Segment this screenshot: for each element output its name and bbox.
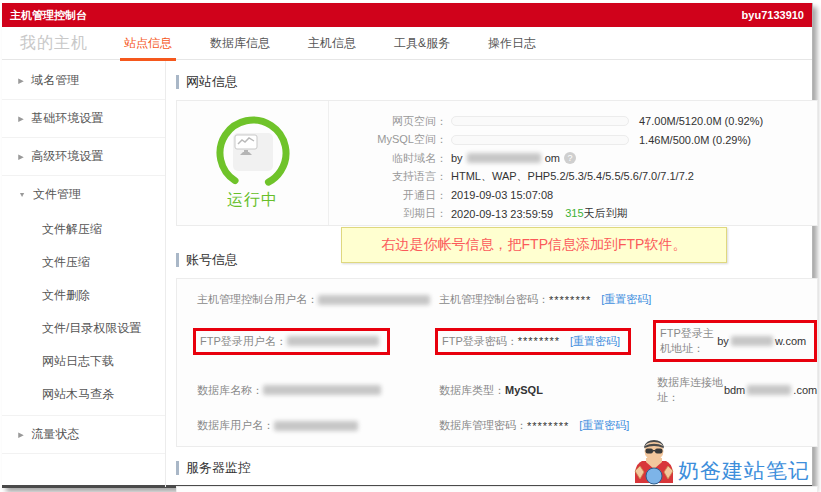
sidebar-item-file-management[interactable]: ▼ 文件管理 <box>2 176 165 213</box>
web-space-progressbar <box>451 116 629 126</box>
chevron-down-icon: ▼ <box>18 190 25 198</box>
sidebar-item-label: 文件管理 <box>33 186 81 203</box>
open-date-label: 开通日： <box>329 188 447 203</box>
db-password-label: 数据库管理密码： <box>439 418 527 433</box>
sidebar-item-advanced-env-settings[interactable]: ▶ 高级环境设置 <box>2 138 165 176</box>
ftp-host-field-highlighted: FTP登录主机地址： by w.com <box>653 320 817 362</box>
top-bar: 主机管理控制台 byu7133910 <box>2 3 812 27</box>
open-date-row: 开通日： 2019-09-03 15:07:08 <box>329 186 817 205</box>
ftp-host-label: FTP登录主机地址： <box>660 326 717 356</box>
db-username-field: 数据库用户名： <box>197 418 439 433</box>
help-icon[interactable]: ? <box>564 152 576 164</box>
sidebar-item-label: 域名管理 <box>31 72 79 89</box>
chevron-right-icon: ▶ <box>18 152 24 160</box>
sidebar-item-traffic-status[interactable]: ▶ 流量状态 <box>2 416 165 454</box>
sidebar-subitem-file-permissions[interactable]: 文件/目录权限设置 <box>2 312 165 345</box>
sidebar-item-basic-env-settings[interactable]: ▶ 基础环境设置 <box>2 100 165 138</box>
avatar-image <box>632 439 676 485</box>
section-tick <box>176 75 179 89</box>
app-title: 主机管理控制台 <box>10 8 87 23</box>
status-running-label: 运行中 <box>227 190 278 211</box>
tab-host-info[interactable]: 主机信息 <box>306 27 358 60</box>
annotation-note: 右边是你帐号信息，把FTP信息添加到FTP软件。 <box>341 227 727 263</box>
reset-console-password-link[interactable]: [重置密码] <box>601 292 651 307</box>
monitor-chart-icon <box>233 133 273 171</box>
web-space-row: 网页空间： 47.00M/5120.0M (0.92%) <box>329 112 817 131</box>
expire-date-row: 到期日： 2020-09-13 23:59:59 315天后到期 <box>329 205 817 224</box>
temp-domain-row: 临时域名： by om ? <box>329 149 817 168</box>
languages-row: 支持语言： HTML、WAP、PHP5.2/5.3/5.4/5.5/5.6/7.… <box>329 168 817 187</box>
ftp-host-suffix: w.com <box>775 335 806 347</box>
ftp-host-prefix: by <box>717 335 729 347</box>
db-host-suffix: .com <box>793 384 817 396</box>
db-host-prefix: bdm <box>724 384 745 396</box>
temp-domain-label: 临时域名： <box>329 151 447 166</box>
db-host-field: 数据库连接地址： bdm .com <box>657 375 817 405</box>
annotation-note-text: 右边是你帐号信息，把FTP信息添加到FTP软件。 <box>382 236 687 254</box>
languages-label: 支持语言： <box>329 169 447 184</box>
db-host-redacted <box>747 385 791 395</box>
web-space-label: 网页空间： <box>329 114 447 129</box>
sidebar-item-label: 流量状态 <box>31 426 79 443</box>
ftp-host-redacted <box>731 336 773 346</box>
db-password-mask: ******** <box>527 420 569 432</box>
ftp-username-field-highlighted: FTP登录用户名： <box>193 328 390 355</box>
console-password-mask: ******** <box>549 294 591 306</box>
db-name-label: 数据库名称： <box>197 383 263 398</box>
tab-site-info[interactable]: 站点信息 <box>122 27 174 60</box>
expire-date-value: 2020-09-13 23:59:59 <box>451 208 553 220</box>
db-name-field: 数据库名称： <box>197 383 439 398</box>
ftp-username-redacted <box>287 336 379 346</box>
db-type-label: 数据库类型： <box>439 383 505 398</box>
ftp-username-label: FTP登录用户名： <box>200 334 287 349</box>
account-info-panel: 主机管理控制台用户名： 主机管理控制台密码： ******** [重置密码] F… <box>176 278 818 447</box>
sidebar: ▶ 域名管理 ▶ 基础环境设置 ▶ 高级环境设置 ▼ 文件管理 文件解压缩 文件… <box>2 60 166 487</box>
main-content: 网站信息 <box>166 60 821 487</box>
sidebar-subitem-site-log-download[interactable]: 网站日志下载 <box>2 345 165 378</box>
mysql-space-row: MySQL空间： 1.46M/500.0M (0.29%) <box>329 131 817 150</box>
section-title-text: 网站信息 <box>186 73 238 91</box>
ftp-password-field-highlighted: FTP登录密码： ******** [重置密码] <box>435 328 631 355</box>
mysql-space-progressbar <box>451 135 629 145</box>
db-type-field: 数据库类型： MySQL <box>439 383 657 398</box>
mysql-space-label: MySQL空间： <box>329 132 447 147</box>
logged-in-username[interactable]: byu7133910 <box>742 9 804 21</box>
console-username-label: 主机管理控制台用户名： <box>197 292 318 307</box>
site-status-gauge: 运行中 <box>177 101 329 225</box>
sidebar-subitem-file-compress[interactable]: 文件压缩 <box>2 246 165 279</box>
tab-database-info[interactable]: 数据库信息 <box>208 27 272 60</box>
expire-days-count: 315 <box>565 207 583 219</box>
console-password-field: 主机管理控制台密码： ******** [重置密码] <box>439 292 657 307</box>
open-date-value: 2019-09-03 15:07:08 <box>451 189 553 201</box>
db-type-value: MySQL <box>505 384 543 396</box>
sidebar-subitem-file-unzip[interactable]: 文件解压缩 <box>2 213 165 246</box>
chevron-right-icon: ▶ <box>18 430 24 438</box>
db-username-label: 数据库用户名： <box>197 418 274 433</box>
db-username-redacted <box>274 421 358 431</box>
db-password-field: 数据库管理密码： ******** [重置密码] <box>439 418 657 433</box>
chevron-right-icon: ▶ <box>18 76 24 84</box>
db-name-redacted <box>263 385 381 395</box>
console-password-label: 主机管理控制台密码： <box>439 292 549 307</box>
console-username-redacted <box>318 295 430 305</box>
reset-ftp-password-link[interactable]: [重置密码] <box>570 334 620 349</box>
sidebar-subitem-site-trojan-scan[interactable]: 网站木马查杀 <box>2 378 165 415</box>
tab-tools-services[interactable]: 工具&服务 <box>392 27 452 60</box>
section-tick <box>176 253 179 267</box>
watermark-text: 奶爸建站笔记 <box>678 457 810 485</box>
tab-operation-log[interactable]: 操作日志 <box>486 27 538 60</box>
web-space-value: 47.00M/5120.0M (0.92%) <box>639 115 763 127</box>
ftp-password-mask: ******** <box>518 335 560 347</box>
db-host-label: 数据库连接地址： <box>657 375 724 405</box>
console-username-field: 主机管理控制台用户名： <box>197 292 439 307</box>
reset-db-password-link[interactable]: [重置密码] <box>579 418 629 433</box>
expire-days-suffix: 天后到期 <box>584 207 628 219</box>
section-title-site-info: 网站信息 <box>176 73 821 91</box>
chevron-right-icon: ▶ <box>18 114 24 122</box>
server-monitor-panel: CPU使用率 1.00% 内存使用率 30.12% 带宽 6Kbps / 5M <box>176 486 818 492</box>
sidebar-subitem-file-delete[interactable]: 文件删除 <box>2 279 165 312</box>
sidebar-item-domain-management[interactable]: ▶ 域名管理 <box>2 62 165 100</box>
languages-value: HTML、WAP、PHP5.2/5.3/5.4/5.5/5.6/7.0/7.1/… <box>451 169 694 184</box>
section-tick <box>176 461 179 475</box>
temp-domain-redacted <box>467 153 541 163</box>
